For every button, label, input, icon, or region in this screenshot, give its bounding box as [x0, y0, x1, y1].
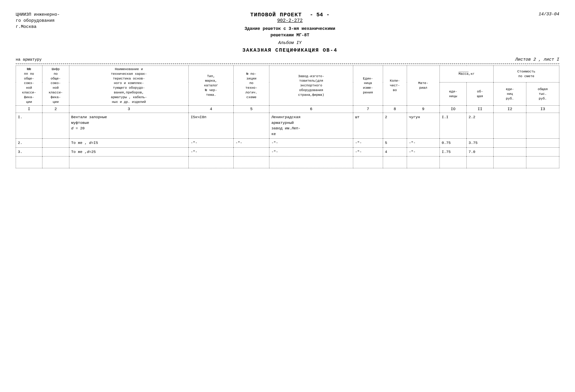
row2-cost-unit: [494, 138, 526, 148]
empty-col3: [69, 157, 189, 168]
col-nums-row: I 2 3 4 5 6 7 8 9 IO II I2 I3: [16, 106, 559, 113]
th-col6: Завод-изгото-товитель(дляэкспортногообор…: [269, 66, 353, 106]
col-num-11: II: [467, 106, 494, 113]
row2-mass-total: 3.75: [467, 138, 494, 148]
row3-num: 3.: [16, 147, 42, 157]
row3-mass-unit: I.75: [440, 147, 467, 157]
th-col1: №№пп пообще-союз-нойкласси-фика-ции: [16, 66, 42, 106]
col-num-3: 3: [69, 106, 189, 113]
row3-pos: [233, 147, 269, 157]
row2-cost-total: [526, 138, 559, 148]
row1-cost-unit: [494, 113, 526, 138]
title-center: ТИПОВОЙ ПРОЕКТ - 54 - 902-2-272 Здание р…: [60, 12, 520, 53]
row2-type: -"-: [189, 138, 233, 148]
row2-qty: 5: [383, 138, 407, 148]
row2-mass-unit: 0.75: [440, 138, 467, 148]
row1-mass-unit: I.I: [440, 113, 467, 138]
th-cost-total: общаятыс.руб.: [526, 82, 559, 105]
dash: - 54 -: [310, 12, 330, 18]
empty-col10: [440, 157, 467, 168]
row1-unit: шт: [353, 113, 383, 138]
empty-col2: [42, 157, 69, 168]
empty-col1: [16, 157, 42, 168]
empty-col6: [269, 157, 353, 168]
row1-col2: [42, 113, 69, 138]
row2-num: 2.: [16, 138, 42, 148]
th-col9: Мате-риал: [407, 66, 440, 106]
album: Альбом IY: [60, 41, 520, 45]
th-mass-total: об-щая: [467, 82, 494, 105]
subtitle: Здание решеток с 3-мя механическими реше…: [60, 25, 520, 39]
empty-col11: [467, 157, 494, 168]
row1-cost-total: [526, 113, 559, 138]
th-cost-header: Стоимостьпо смете: [494, 66, 559, 82]
th-cost-unit: еди-ницруб.: [494, 82, 526, 105]
row3-manufacturer: -"-: [269, 147, 353, 157]
row3-type: -"-: [189, 147, 233, 157]
project-number: 902-2-272: [60, 18, 520, 23]
spec-title: ЗАКАЗНАЯ СПЕЦИФИКАЦИЯ ОВ-4: [60, 47, 520, 53]
col-num-10: IO: [440, 106, 467, 113]
empty-col7: [353, 157, 383, 168]
th-col3: Наименование итехническая харак-теристик…: [69, 66, 189, 106]
table-row: I. Вентали запорныемуфтовыеd = 20 I5кчI8…: [16, 113, 559, 138]
sheets-info: Листов 2 , лист I: [515, 57, 559, 62]
table-row: 2. То же , d=I5 -"- -"- -"- -"- 5 -"- 0.…: [16, 138, 559, 148]
row3-material: -"-: [407, 147, 440, 157]
col-num-12: I2: [494, 106, 526, 113]
table-row: 3. То же ,d=25 -"- -"- -"- 4 -"- I.75 7.…: [16, 147, 559, 157]
col-num-6: 6: [269, 106, 353, 113]
sheets-line: на арматуру Листов 2 , лист I: [16, 57, 559, 62]
doc-number: 14/33-04: [538, 12, 559, 17]
row1-num: I.: [16, 113, 42, 138]
row3-cost-total: [526, 147, 559, 157]
empty-col4: [189, 157, 233, 168]
col-num-4: 4: [189, 106, 233, 113]
row2-unit: -"-: [353, 138, 383, 148]
col-num-1: I: [16, 106, 42, 113]
main-title: ТИПОВОЙ ПРОЕКТ: [250, 12, 302, 18]
th-mass-unit: еди-ницы: [440, 82, 467, 105]
row1-manufacturer: Ленинградскаяарматурныйзавод им.Леп-ке: [269, 113, 353, 138]
th-col8: Коли-чест-во: [383, 66, 407, 106]
th-mass-header: Масса,кг: [440, 66, 494, 82]
org-name: ЦНИИЗП инженерно- го оборудования г.Моск…: [16, 12, 60, 30]
row3-mass-total: 7.0: [467, 147, 494, 157]
col-num-8: 8: [383, 106, 407, 113]
row2-material: -"-: [407, 138, 440, 148]
th-col5: № по-зициипотехно-логич.схеме: [233, 66, 269, 106]
top-dashed-line: [16, 64, 559, 64]
empty-col8: [383, 157, 407, 168]
th-col2: Шифрпообще-союз-нойкласси-фика-ции: [42, 66, 69, 106]
empty-col12: [494, 157, 526, 168]
sheets-label: на арматуру: [16, 57, 42, 62]
row3-qty: 4: [383, 147, 407, 157]
row3-name: То же ,d=25: [69, 147, 189, 157]
row1-pos: [233, 113, 269, 138]
main-table: №№пп пообще-союз-нойкласси-фика-ции Шифр…: [16, 66, 559, 168]
row3-unit: -"-: [353, 147, 383, 157]
row2-pos: -"-: [233, 138, 269, 148]
empty-col13: [526, 157, 559, 168]
row3-col2: [42, 147, 69, 157]
col-num-2: 2: [42, 106, 69, 113]
empty-col9: [407, 157, 440, 168]
row2-name: То же , d=I5: [69, 138, 189, 148]
empty-col5: [233, 157, 269, 168]
row1-type: I5кчI8п: [189, 113, 233, 138]
top-section: ЦНИИЗП инженерно- го оборудования г.Моск…: [16, 12, 559, 53]
col-num-9: 9: [407, 106, 440, 113]
row2-col2: [42, 138, 69, 148]
col-num-5: 5: [233, 106, 269, 113]
col-num-7: 7: [353, 106, 383, 113]
table-row-empty: [16, 157, 559, 168]
th-col4: Тип,марка,каталог№ чер-тежа.: [189, 66, 233, 106]
row3-cost-unit: [494, 147, 526, 157]
col-num-13: I3: [526, 106, 559, 113]
row1-name: Вентали запорныемуфтовыеd = 20: [69, 113, 189, 138]
row2-manufacturer: -"-: [269, 138, 353, 148]
row1-material: чугун: [407, 113, 440, 138]
header-row: №№пп пообще-союз-нойкласси-фика-ции Шифр…: [16, 66, 559, 82]
row1-qty: 2: [383, 113, 407, 138]
th-col7: Един-ницаизме-рения: [353, 66, 383, 106]
